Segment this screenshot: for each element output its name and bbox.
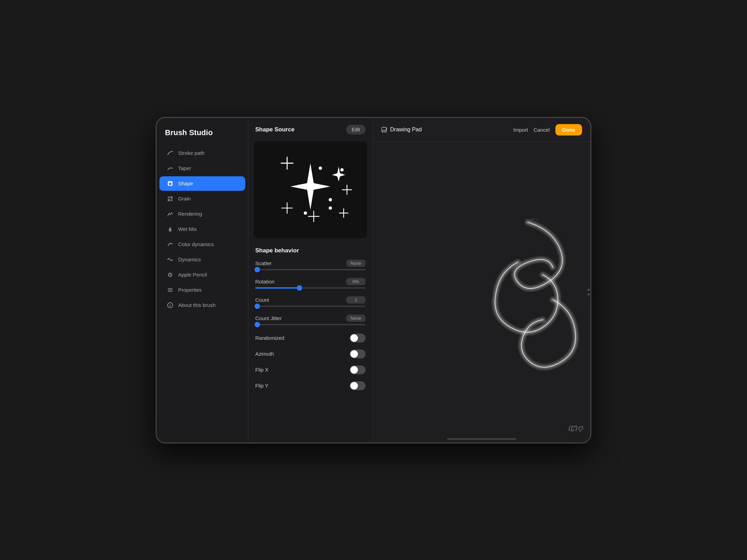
rotation-slider[interactable] bbox=[255, 287, 366, 289]
properties-icon bbox=[166, 286, 174, 294]
shape-behavior-title: Shape behavior bbox=[248, 242, 372, 257]
taper-icon bbox=[166, 165, 174, 172]
sidebar-item-dynamics[interactable]: Dynamics bbox=[159, 252, 245, 267]
svg-point-14 bbox=[319, 166, 322, 170]
flip-x-label: Flip X bbox=[255, 367, 268, 373]
panel-title: Shape Source bbox=[255, 126, 294, 133]
tablet-frame: Brush Studio Stroke path Taper bbox=[156, 117, 591, 444]
sidebar-item-wet-mix[interactable]: Wet Mix bbox=[159, 222, 245, 236]
svg-point-27 bbox=[329, 206, 332, 210]
sidebar-item-rendering[interactable]: Rendering bbox=[159, 207, 245, 221]
shape-icon bbox=[166, 180, 174, 187]
svg-rect-4 bbox=[170, 199, 173, 201]
right-panel: Drawing Pad Import Cancel Done bbox=[373, 118, 590, 442]
sidebar: Brush Studio Stroke path Taper bbox=[157, 118, 248, 442]
shape-preview bbox=[254, 141, 367, 238]
drawing-pad-label: Drawing Pad bbox=[381, 127, 422, 133]
svg-rect-3 bbox=[168, 199, 170, 201]
count-jitter-label: Count Jitter bbox=[255, 315, 282, 321]
canvas-area[interactable]: ꦔ♡ bbox=[373, 142, 590, 442]
svg-point-19 bbox=[304, 211, 307, 215]
rotation-label: Rotation bbox=[255, 279, 275, 284]
count-jitter-slider[interactable] bbox=[255, 324, 366, 325]
azimuth-toggle[interactable] bbox=[350, 349, 366, 358]
flip-x-toggle[interactable] bbox=[350, 365, 366, 374]
count-control: Count 1 bbox=[248, 293, 372, 312]
rotation-control: Rotation 0% bbox=[248, 275, 372, 293]
side-handle bbox=[587, 286, 590, 298]
app-title: Brush Studio bbox=[157, 125, 248, 146]
svg-point-22 bbox=[329, 198, 332, 202]
randomized-toggle[interactable] bbox=[350, 334, 366, 343]
rendering-icon bbox=[166, 210, 174, 218]
azimuth-label: Azimuth bbox=[255, 351, 274, 357]
svg-rect-2 bbox=[170, 196, 173, 198]
svg-rect-1 bbox=[168, 196, 170, 198]
randomized-label: Randomized bbox=[255, 335, 284, 341]
scatter-slider[interactable] bbox=[255, 269, 366, 270]
flip-y-label: Flip Y bbox=[255, 383, 268, 389]
scatter-label: Scatter bbox=[255, 260, 272, 266]
count-value: 1 bbox=[346, 296, 366, 304]
grain-icon bbox=[166, 195, 174, 203]
dynamics-icon bbox=[166, 256, 174, 263]
stroke-path-icon bbox=[166, 149, 174, 157]
cancel-button[interactable]: Cancel bbox=[534, 127, 550, 133]
panel-header: Shape Source Edit bbox=[248, 118, 372, 138]
svg-text:i: i bbox=[169, 304, 170, 308]
sidebar-item-properties[interactable]: Properties bbox=[159, 283, 245, 297]
scatter-value: None bbox=[346, 260, 366, 267]
sidebar-item-taper[interactable]: Taper bbox=[159, 161, 245, 176]
svg-point-15 bbox=[297, 185, 301, 188]
edit-button[interactable]: Edit bbox=[346, 125, 366, 134]
about-icon: i bbox=[166, 301, 174, 309]
svg-point-18 bbox=[340, 168, 344, 171]
sidebar-item-stroke-path[interactable]: Stroke path bbox=[159, 146, 245, 160]
flip-x-toggle-row: Flip X bbox=[248, 362, 372, 378]
import-button[interactable]: Import bbox=[513, 127, 528, 133]
rotation-value: 0% bbox=[346, 278, 366, 285]
azimuth-toggle-row: Azimuth bbox=[248, 346, 372, 362]
sidebar-item-color-dynamics[interactable]: Color dynamics bbox=[159, 237, 245, 252]
sidebar-item-shape[interactable]: Shape bbox=[159, 176, 245, 191]
sidebar-item-about[interactable]: i About this brush bbox=[159, 298, 245, 312]
sidebar-item-apple-pencil[interactable]: Apple Pencil bbox=[159, 268, 245, 282]
count-jitter-value: None bbox=[346, 315, 366, 322]
wet-mix-icon bbox=[166, 225, 174, 233]
drawing-pad-icon bbox=[381, 127, 387, 133]
count-label: Count bbox=[255, 297, 269, 303]
apple-pencil-icon bbox=[166, 271, 174, 279]
app-container: Brush Studio Stroke path Taper bbox=[157, 118, 590, 442]
sidebar-item-grain[interactable]: Grain bbox=[159, 192, 245, 206]
randomized-toggle-row: Randomized bbox=[248, 330, 372, 346]
flip-y-toggle[interactable] bbox=[350, 381, 366, 390]
right-header: Drawing Pad Import Cancel Done bbox=[373, 118, 590, 142]
svg-point-6 bbox=[170, 274, 171, 275]
middle-panel: Shape Source Edit bbox=[248, 118, 373, 442]
scatter-control: Scatter None bbox=[248, 257, 372, 275]
scroll-bar[interactable] bbox=[447, 438, 516, 440]
done-button[interactable]: Done bbox=[555, 124, 582, 136]
signature: ꦔ♡ bbox=[568, 423, 582, 434]
count-slider[interactable] bbox=[255, 306, 366, 307]
flip-y-toggle-row: Flip Y bbox=[248, 378, 372, 394]
color-dynamics-icon bbox=[166, 241, 174, 248]
right-actions: Import Cancel Done bbox=[513, 124, 582, 136]
count-jitter-control: Count Jitter None bbox=[248, 312, 372, 330]
